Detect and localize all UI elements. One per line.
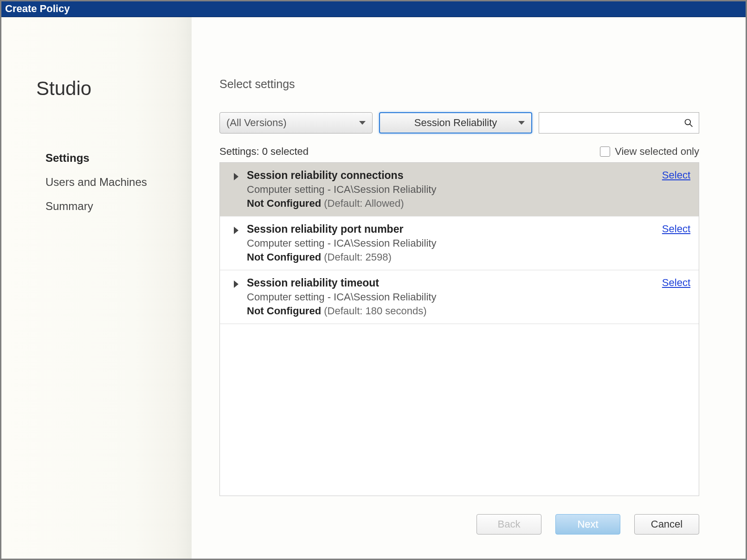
checkbox-icon	[600, 146, 610, 157]
settings-count-label: Settings: 0 selected	[219, 146, 309, 158]
list-item-path: Computer setting - ICA\Session Reliabili…	[247, 237, 654, 249]
nav-item-summary[interactable]: Summary	[45, 194, 192, 218]
chevron-down-icon	[518, 121, 525, 125]
list-item[interactable]: Session reliability connections Computer…	[220, 163, 699, 216]
list-item-body: Session reliability connections Computer…	[247, 169, 654, 210]
list-item-title: Session reliability connections	[247, 169, 654, 182]
svg-point-0	[685, 120, 691, 125]
settings-list: Session reliability connections Computer…	[219, 162, 699, 496]
expand-icon[interactable]	[234, 280, 238, 288]
dialog-window: Create Policy Studio Settings Users and …	[0, 0, 747, 560]
view-selected-only-label: View selected only	[615, 146, 699, 158]
list-item-status: Not Configured (Default: Allowed)	[247, 197, 654, 210]
list-item-status-value: Not Configured	[247, 305, 321, 317]
list-item-status-value: Not Configured	[247, 251, 321, 263]
filter-row: (All Versions) Session Reliability	[219, 112, 699, 134]
back-button[interactable]: Back	[477, 514, 541, 535]
list-item-title: Session reliability timeout	[247, 277, 654, 289]
cancel-button[interactable]: Cancel	[634, 514, 699, 535]
select-link[interactable]: Select	[662, 169, 690, 181]
category-dropdown[interactable]: Session Reliability	[379, 112, 532, 134]
list-item-status-value: Not Configured	[247, 197, 321, 209]
search-box[interactable]	[539, 112, 699, 134]
list-item-path: Computer setting - ICA\Session Reliabili…	[247, 184, 654, 196]
select-link[interactable]: Select	[662, 223, 690, 235]
list-item-default: (Default: 2598)	[324, 251, 392, 263]
next-button[interactable]: Next	[555, 514, 620, 535]
chevron-down-icon	[359, 121, 366, 125]
body-area: Studio Settings Users and Machines Summa…	[1, 17, 746, 559]
sidebar: Studio Settings Users and Machines Summa…	[1, 17, 192, 559]
list-item-body: Session reliability timeout Computer set…	[247, 277, 654, 317]
list-item-status: Not Configured (Default: 2598)	[247, 251, 654, 263]
search-input[interactable]	[545, 117, 684, 129]
search-icon	[684, 118, 693, 127]
settings-count: 0 selected	[262, 146, 309, 157]
list-item-title: Session reliability port number	[247, 223, 654, 235]
list-item-status: Not Configured (Default: 180 seconds)	[247, 305, 654, 317]
nav-list: Settings Users and Machines Summary	[36, 146, 192, 218]
titlebar: Create Policy	[1, 1, 746, 17]
footer-buttons: Back Next Cancel	[477, 514, 699, 535]
window-title: Create Policy	[5, 3, 70, 14]
versions-dropdown[interactable]: (All Versions)	[219, 112, 373, 134]
list-item[interactable]: Session reliability port number Computer…	[220, 216, 699, 270]
view-selected-only-checkbox[interactable]: View selected only	[600, 146, 699, 158]
svg-line-1	[690, 124, 693, 127]
settings-bar: Settings: 0 selected View selected only	[219, 146, 699, 158]
expand-icon[interactable]	[234, 173, 238, 180]
versions-dropdown-label: (All Versions)	[226, 117, 287, 129]
main-panel: Select settings (All Versions) Session R…	[192, 17, 746, 559]
brand-label: Studio	[36, 77, 192, 100]
section-header: Select settings	[219, 77, 699, 91]
list-item[interactable]: Session reliability timeout Computer set…	[220, 270, 699, 324]
category-dropdown-label: Session Reliability	[414, 117, 497, 129]
select-link[interactable]: Select	[662, 277, 690, 289]
nav-item-settings[interactable]: Settings	[45, 146, 192, 170]
list-item-body: Session reliability port number Computer…	[247, 223, 654, 263]
expand-icon[interactable]	[234, 227, 238, 234]
list-item-path: Computer setting - ICA\Session Reliabili…	[247, 291, 654, 303]
settings-label: Settings:	[219, 146, 259, 157]
list-item-default: (Default: Allowed)	[324, 197, 404, 209]
nav-item-users-and-machines[interactable]: Users and Machines	[45, 170, 192, 194]
list-item-default: (Default: 180 seconds)	[324, 305, 426, 317]
